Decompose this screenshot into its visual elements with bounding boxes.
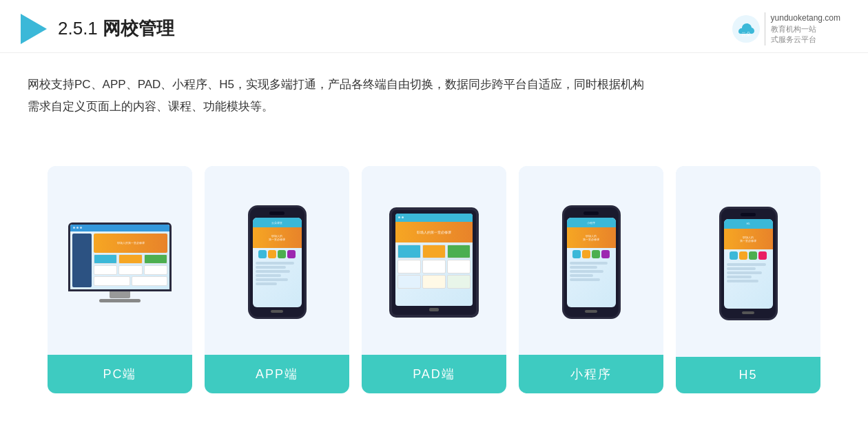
card-app-label: APP端 — [205, 355, 349, 393]
svg-text:云朵: 云朵 — [741, 32, 751, 37]
page: 2.5.1 网校管理 云朵 yunduoketang.com 教育机构一站 式服… — [0, 0, 868, 434]
device-pad-tablet: 职场人的第一堂必修课 — [389, 207, 479, 318]
device-pc: 职场人的第一堂必修课 — [68, 223, 172, 302]
device-miniapp-phone: 小程序 职场人的第一堂必修课 — [562, 205, 621, 319]
card-app: 云朵课堂 职场人的第一堂必修课 — [205, 166, 349, 393]
description-line2: 需求自定义页面上的内容、课程、功能模块等。 — [28, 96, 840, 118]
card-pc-image: 职场人的第一堂必修课 — [48, 166, 192, 355]
device-app-phone: 云朵课堂 职场人的第一堂必修课 — [248, 205, 307, 319]
cards-container: 职场人的第一堂必修课 — [0, 125, 868, 434]
card-h5-label: H5 — [676, 357, 820, 393]
description-block: 网校支持PC、APP、PAD、小程序、H5，实现多端打通，产品各终端自由切换，数… — [0, 53, 868, 125]
card-pad-image: 职场人的第一堂必修课 — [362, 166, 506, 355]
brand-url: yunduoketang.com — [771, 12, 840, 24]
card-h5-image: H5 职场人的第一堂必修课 — [676, 166, 820, 357]
card-app-image: 云朵课堂 职场人的第一堂必修课 — [205, 166, 349, 355]
page-header: 2.5.1 网校管理 云朵 yunduoketang.com 教育机构一站 式服… — [0, 0, 868, 53]
header-right: 云朵 yunduoketang.com 教育机构一站 式服务云平台 — [732, 12, 840, 45]
brand-logo: 云朵 yunduoketang.com 教育机构一站 式服务云平台 — [732, 12, 840, 45]
pc-monitor: 职场人的第一堂必修课 — [68, 223, 172, 291]
card-pc-label: PC端 — [48, 355, 192, 393]
logo-triangle-icon — [21, 14, 47, 44]
brand-tagline1: 教育机构一站 — [771, 24, 840, 34]
brand-icon: 云朵 — [732, 14, 761, 43]
device-h5-phone: H5 职场人的第一堂必修课 — [719, 207, 778, 320]
page-title: 2.5.1 网校管理 — [58, 17, 174, 41]
card-pad: 职场人的第一堂必修课 — [362, 166, 506, 393]
description-line1: 网校支持PC、APP、PAD、小程序、H5，实现多端打通，产品各终端自由切换，数… — [28, 74, 840, 96]
card-miniapp: 小程序 职场人的第一堂必修课 — [519, 166, 663, 393]
brand-tagline2: 式服务云平台 — [771, 34, 840, 45]
header-left: 2.5.1 网校管理 — [21, 14, 174, 44]
card-miniapp-image: 小程序 职场人的第一堂必修课 — [519, 166, 663, 355]
brand-text: yunduoketang.com 教育机构一站 式服务云平台 — [765, 12, 840, 45]
card-pc: 职场人的第一堂必修课 — [48, 166, 192, 393]
card-miniapp-label: 小程序 — [519, 355, 663, 393]
card-h5: H5 职场人的第一堂必修课 — [676, 166, 820, 393]
card-pad-label: PAD端 — [362, 355, 506, 393]
